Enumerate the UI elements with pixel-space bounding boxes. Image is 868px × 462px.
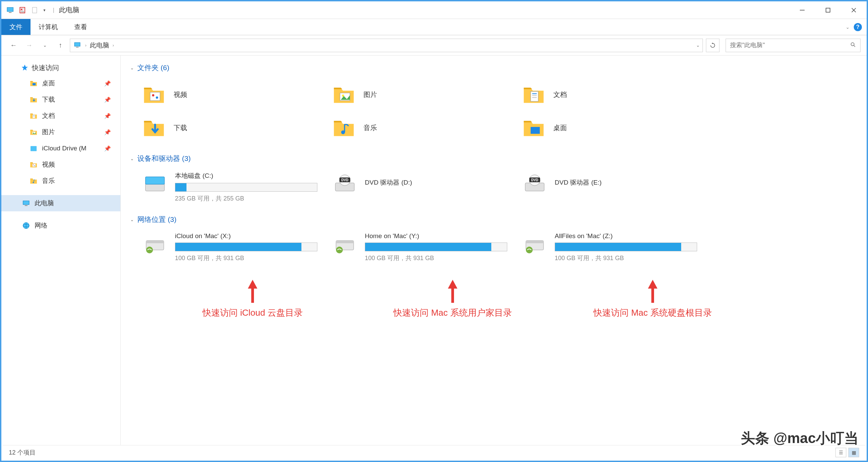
chevron-right-icon[interactable]: › bbox=[113, 43, 114, 48]
annotation-text: 快速访问 Mac 系统用户家目录 bbox=[393, 307, 512, 319]
drive-item[interactable]: DVDDVD 驱动器 (E:) bbox=[519, 169, 709, 205]
dvd-icon: DVD bbox=[521, 171, 548, 196]
pictures-icon bbox=[29, 128, 38, 136]
network-drive-item[interactable]: Home on 'Mac' (Y:)100 GB 可用，共 931 GB bbox=[329, 230, 519, 265]
sidebar-network[interactable]: 网络 bbox=[1, 217, 120, 234]
folder-item[interactable]: 下载 bbox=[139, 111, 329, 144]
drive-name: 本地磁盘 (C:) bbox=[175, 171, 326, 180]
sidebar-item[interactable]: 文档📌 bbox=[1, 108, 120, 124]
tab-computer[interactable]: 计算机 bbox=[31, 19, 66, 35]
svg-rect-20 bbox=[32, 164, 36, 167]
downloads-icon bbox=[142, 115, 166, 140]
details-view-button[interactable]: ☰ bbox=[835, 448, 846, 457]
folder-item[interactable]: 桌面 bbox=[519, 111, 709, 144]
tab-file[interactable]: 文件 bbox=[1, 19, 31, 35]
music-icon bbox=[29, 176, 38, 185]
window-controls bbox=[789, 2, 867, 18]
folder-label: 文档 bbox=[553, 90, 567, 99]
close-button[interactable] bbox=[841, 2, 867, 18]
documents-icon bbox=[521, 82, 546, 107]
folder-item[interactable]: 图片 bbox=[329, 78, 519, 111]
chevron-down-icon: ⌄ bbox=[130, 156, 134, 161]
search-box[interactable] bbox=[726, 39, 861, 52]
annotations: 快速访问 iCloud 云盘目录 快速访问 Mac 系统用户家目录 快速访问 M… bbox=[129, 280, 859, 319]
icloud-icon bbox=[29, 144, 38, 153]
folder-item[interactable]: 视频 bbox=[139, 78, 329, 111]
network-drive-item[interactable]: AllFiles on 'Mac' (Z:)100 GB 可用，共 931 GB bbox=[519, 230, 709, 265]
svg-text:DVD: DVD bbox=[341, 178, 348, 182]
quick-access-toolbar: ▾ bbox=[1, 5, 51, 15]
status-bar: 12 个项目 ☰ ▦ bbox=[3, 445, 865, 459]
drive-name: DVD 驱动器 (E:) bbox=[555, 171, 706, 187]
maximize-button[interactable] bbox=[815, 2, 841, 18]
address-bar[interactable]: › 此电脑 › ⌄ bbox=[70, 39, 703, 52]
folder-label: 桌面 bbox=[553, 123, 567, 132]
svg-rect-29 bbox=[150, 92, 160, 101]
ribbon-tabs: 文件 计算机 查看 ⌄ ? bbox=[1, 19, 867, 35]
sidebar-this-pc[interactable]: 此电脑 bbox=[1, 195, 120, 211]
drive-item[interactable]: DVDDVD 驱动器 (D:) bbox=[329, 169, 519, 205]
pc-icon bbox=[22, 199, 31, 208]
properties-icon[interactable] bbox=[18, 5, 27, 15]
address-location[interactable]: 此电脑 bbox=[90, 41, 109, 50]
annotation: 快速访问 iCloud 云盘目录 bbox=[159, 280, 346, 319]
folder-item[interactable]: 音乐 bbox=[329, 111, 519, 144]
svg-text:DVD: DVD bbox=[531, 178, 538, 182]
group-title: 网络位置 (3) bbox=[137, 215, 177, 224]
sidebar-label: 快速访问 bbox=[32, 63, 59, 72]
folder-label: 图片 bbox=[363, 90, 377, 99]
group-header-folders[interactable]: ⌄ 文件夹 (6) bbox=[129, 60, 859, 75]
sidebar-item[interactable]: 视频 bbox=[1, 156, 120, 173]
up-button[interactable]: ↑ bbox=[54, 39, 66, 51]
forward-button[interactable]: → bbox=[23, 39, 35, 51]
sidebar-item[interactable]: iCloud Drive (M📌 bbox=[1, 140, 120, 156]
folder-label: 下载 bbox=[174, 123, 187, 132]
downloads-icon bbox=[29, 95, 38, 104]
svg-rect-41 bbox=[145, 177, 164, 184]
separator: | bbox=[51, 7, 56, 13]
group-header-network[interactable]: ⌄ 网络位置 (3) bbox=[129, 212, 859, 227]
sidebar-item[interactable]: 下载📌 bbox=[1, 91, 120, 108]
icons-view-button[interactable]: ▦ bbox=[848, 448, 859, 457]
documents-icon bbox=[29, 111, 38, 120]
qat-dropdown-icon[interactable]: ▾ bbox=[42, 8, 47, 13]
search-input[interactable] bbox=[730, 42, 850, 49]
pc-icon bbox=[74, 41, 82, 49]
drive-stats: 235 GB 可用，共 255 GB bbox=[175, 194, 326, 203]
content-area: ⌄ 文件夹 (6) 视频图片文档下载音乐桌面 ⌄ 设备和驱动器 (3) 本地磁盘… bbox=[121, 56, 867, 446]
chevron-down-icon: ⌄ bbox=[130, 217, 134, 222]
sidebar-item[interactable]: 桌面📌 bbox=[1, 75, 120, 91]
minimize-button[interactable] bbox=[789, 2, 815, 18]
refresh-button[interactable] bbox=[706, 39, 719, 52]
sidebar-item-label: 图片 bbox=[42, 128, 55, 136]
drive-stats: 100 GB 可用，共 931 GB bbox=[555, 254, 706, 262]
sidebar-item[interactable]: 音乐 bbox=[1, 173, 120, 189]
chevron-right-icon[interactable]: › bbox=[85, 43, 86, 48]
sidebar-label: 此电脑 bbox=[35, 199, 54, 208]
folder-item[interactable]: 文档 bbox=[519, 78, 709, 111]
drive-name: Home on 'Mac' (Y:) bbox=[365, 232, 516, 240]
network-drive-item[interactable]: iCloud on 'Mac' (X:)100 GB 可用，共 931 GB bbox=[139, 230, 329, 265]
sidebar-quick-access[interactable]: 快速访问 bbox=[1, 60, 120, 75]
network-icon bbox=[22, 221, 31, 230]
drive-name: DVD 驱动器 (D:) bbox=[365, 171, 516, 187]
back-button[interactable]: ← bbox=[7, 39, 20, 51]
sidebar-item[interactable]: 图片📌 bbox=[1, 124, 120, 140]
drive-item[interactable]: 本地磁盘 (C:)235 GB 可用，共 255 GB bbox=[139, 169, 329, 205]
svg-point-22 bbox=[34, 165, 35, 166]
tab-view[interactable]: 查看 bbox=[66, 19, 95, 35]
recent-dropdown[interactable]: ⌄ bbox=[39, 39, 51, 51]
ribbon-collapse-icon[interactable]: ⌄ bbox=[846, 24, 850, 30]
search-icon[interactable] bbox=[850, 42, 856, 49]
address-dropdown-icon[interactable]: ⌄ bbox=[696, 43, 700, 48]
navigation-bar: ← → ⌄ ↑ › 此电脑 › ⌄ bbox=[1, 35, 867, 56]
svg-line-11 bbox=[854, 45, 855, 47]
svg-rect-34 bbox=[531, 91, 538, 101]
svg-rect-24 bbox=[23, 201, 29, 205]
group-header-devices[interactable]: ⌄ 设备和驱动器 (3) bbox=[129, 151, 859, 166]
svg-rect-0 bbox=[7, 7, 13, 12]
blank-icon[interactable] bbox=[30, 5, 39, 15]
help-icon[interactable]: ? bbox=[854, 23, 862, 31]
main-area: 快速访问 桌面📌下载📌文档📌图片📌iCloud Drive (M📌视频音乐 此电… bbox=[1, 56, 867, 446]
drive-stats: 100 GB 可用，共 931 GB bbox=[365, 254, 516, 262]
